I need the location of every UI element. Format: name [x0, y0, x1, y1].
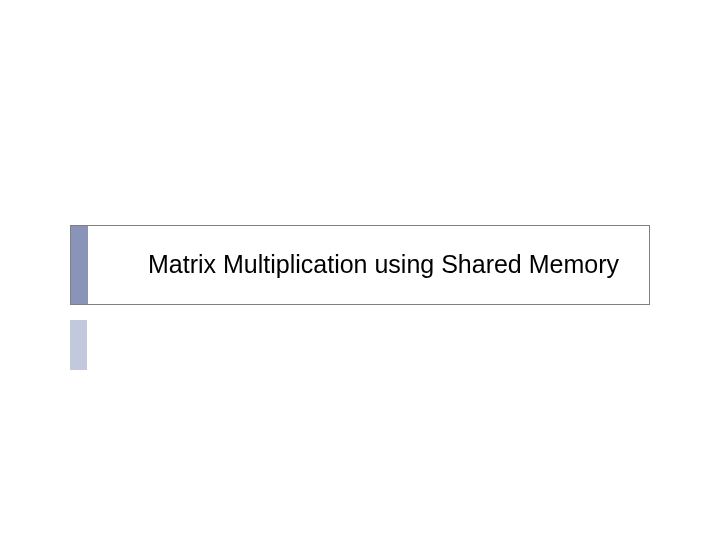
title-accent-bar: [71, 226, 88, 304]
subtitle-accent-bar: [70, 320, 87, 370]
slide-title: Matrix Multiplication using Shared Memor…: [148, 249, 619, 280]
slide-subtitle-block: [70, 320, 650, 370]
title-text-wrap: Matrix Multiplication using Shared Memor…: [88, 226, 649, 304]
slide-title-block: Matrix Multiplication using Shared Memor…: [70, 225, 650, 305]
